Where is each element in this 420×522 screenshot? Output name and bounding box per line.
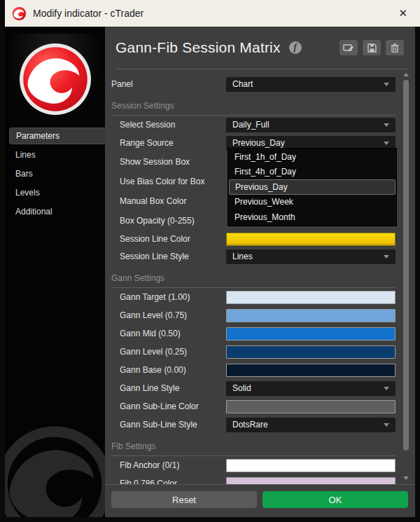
setting-row-gann-level-025: Gann Level (0.25): [105, 343, 396, 361]
sidebar-item-bars[interactable]: Bars: [5, 165, 105, 182]
ctrader-logo-icon: [19, 43, 92, 116]
dropdown-value: Previous_Day: [232, 138, 384, 148]
rename-button[interactable]: [340, 40, 358, 55]
setting-label: Gann Sub-Line Style: [105, 420, 226, 430]
sidebar-item-additional[interactable]: Additional: [5, 203, 105, 220]
section-title: Fib Settings: [111, 441, 155, 451]
setting-label: Gann Line Style: [105, 383, 226, 393]
setting-row-fib-anchor: Fib Anchor (0/1): [105, 456, 396, 474]
delete-icon: [391, 43, 399, 53]
popup-item-previous-day[interactable]: Previous_Day: [229, 179, 396, 195]
setting-row-gann-base: Gann Base (0.00): [105, 361, 396, 379]
ctrader-logo-icon: [12, 6, 27, 21]
gann-level-025-color-swatch[interactable]: [226, 345, 396, 359]
session-line-style-dropdown[interactable]: Lines: [226, 249, 396, 264]
dropdown-value: DotsRare: [232, 420, 384, 430]
setting-row-gann-level-075: Gann Level (0.75): [105, 306, 396, 324]
gann-base-color-swatch[interactable]: [226, 364, 396, 377]
indicator-header: Gann-Fib Session Matrix f: [105, 27, 415, 69]
section-session-settings: Session Settings: [111, 93, 396, 116]
sidebar-item-label: Bars: [15, 169, 33, 179]
main-panel: Gann-Fib Session Matrix f: [105, 27, 415, 517]
sidebar-item-label: Lines: [15, 150, 36, 160]
setting-row-gann-subline-color: Gann Sub-Line Color: [105, 397, 396, 415]
save-icon: [368, 43, 377, 53]
sidebar-item-label: Additional: [15, 207, 52, 217]
chevron-down-icon: [384, 255, 389, 259]
setting-label: Fib 0.786 Color: [105, 479, 226, 484]
popup-item-first-1h-of-day[interactable]: First_1h_of_Day: [229, 149, 396, 165]
setting-label: Gann Mid (0.50): [105, 329, 226, 338]
gann-subline-style-dropdown[interactable]: DotsRare: [226, 418, 396, 432]
setting-label: Manual Box Color: [105, 196, 226, 206]
sidebar-item-label: Levels: [15, 188, 40, 198]
setting-label: Gann Level (0.75): [105, 310, 226, 320]
modify-indicator-window: Modify indicator - cTrader ✕ Parameters …: [0, 0, 420, 522]
section-gann-settings: Gann Settings: [111, 266, 396, 288]
section-title: Session Settings: [111, 101, 174, 111]
session-line-color-swatch[interactable]: [226, 233, 396, 246]
chevron-down-icon: [384, 123, 389, 127]
setting-label: Panel: [105, 79, 226, 89]
titlebar: Modify indicator - cTrader ✕: [5, 0, 420, 27]
chevron-down-icon: [384, 423, 389, 427]
gann-target-color-swatch[interactable]: [226, 291, 396, 304]
section-fib-settings: Fib Settings: [111, 434, 396, 456]
scroll-down-icon[interactable]: [403, 476, 409, 480]
range-source-popup: First_1h_of_Day First_4h_of_Day Previous…: [227, 148, 397, 226]
setting-label: Range Source: [105, 138, 226, 148]
gann-level-075-color-swatch[interactable]: [226, 309, 396, 322]
chevron-down-icon: [384, 387, 389, 390]
delete-button[interactable]: [386, 40, 404, 55]
panel-dropdown[interactable]: Chart: [226, 77, 396, 92]
sidebar-nav: Parameters Lines Bars Levels Additional: [5, 128, 105, 220]
gann-mid-color-swatch[interactable]: [226, 327, 396, 341]
dropdown-value: Solid: [232, 383, 384, 393]
setting-row-panel: Panel Chart: [105, 75, 396, 93]
setting-label: Select Session: [105, 120, 226, 130]
sidebar-item-lines[interactable]: Lines: [5, 146, 105, 163]
gann-line-style-dropdown[interactable]: Solid: [226, 381, 396, 396]
sidebar-item-levels[interactable]: Levels: [5, 184, 105, 201]
gann-subline-color-swatch[interactable]: [226, 400, 396, 413]
settings-scrollbar[interactable]: [401, 71, 411, 481]
ok-button[interactable]: OK: [262, 491, 408, 508]
setting-row-gann-line-style: Gann Line Style Solid: [105, 379, 396, 397]
popup-item-first-4h-of-day[interactable]: First_4h_of_Day: [229, 165, 396, 180]
parameters-list: Panel Chart Session Settings Select Sess…: [105, 69, 415, 484]
section-title: Gann Settings: [111, 273, 164, 283]
scrollbar-thumb[interactable]: [403, 80, 409, 451]
dropdown-value: Chart: [232, 79, 384, 89]
chevron-down-icon: [384, 83, 389, 86]
window-title: Modify indicator - cTrader: [33, 8, 396, 19]
reset-button[interactable]: Reset: [111, 491, 257, 508]
select-session-dropdown[interactable]: Daily_Full: [226, 118, 396, 132]
fx-icon: f: [289, 41, 302, 54]
setting-label: Fib Anchor (0/1): [105, 460, 226, 470]
setting-row-session-line-style: Session Line Style Lines: [105, 247, 396, 266]
setting-label: Gann Base (0.00): [105, 365, 226, 375]
setting-label: Gann Sub-Line Color: [105, 401, 226, 411]
setting-row-gann-target: Gann Target (1.00): [105, 288, 396, 306]
sidebar-item-parameters[interactable]: Parameters: [9, 128, 105, 144]
fib-0786-color-swatch[interactable]: [226, 477, 396, 485]
setting-row-session-line-color: Session Line Color: [105, 231, 396, 247]
close-icon[interactable]: ✕: [396, 6, 410, 21]
setting-row-fib-0786: Fib 0.786 Color: [105, 474, 396, 484]
setting-row-gann-subline-style: Gann Sub-Line Style DotsRare: [105, 415, 396, 434]
dialog-footer: Reset OK: [105, 484, 415, 517]
chevron-down-icon: [384, 142, 389, 145]
setting-label: Session Line Color: [105, 234, 226, 244]
setting-label: Show Session Box: [105, 157, 226, 167]
setting-row-select-session: Select Session Daily_Full: [105, 116, 396, 134]
indicator-title: Gann-Fib Session Matrix: [115, 39, 281, 56]
fib-anchor-color-swatch[interactable]: [226, 459, 396, 472]
popup-item-previous-week[interactable]: Previous_Week: [229, 195, 396, 210]
scroll-up-icon[interactable]: [403, 73, 409, 76]
rename-icon: [343, 43, 354, 53]
popup-item-previous-month[interactable]: Previous_Month: [229, 210, 396, 225]
dropdown-value: Lines: [232, 252, 384, 261]
setting-row-gann-mid: Gann Mid (0.50): [105, 324, 396, 343]
setting-label: Gann Target (1.00): [105, 292, 226, 302]
save-button[interactable]: [363, 40, 381, 55]
